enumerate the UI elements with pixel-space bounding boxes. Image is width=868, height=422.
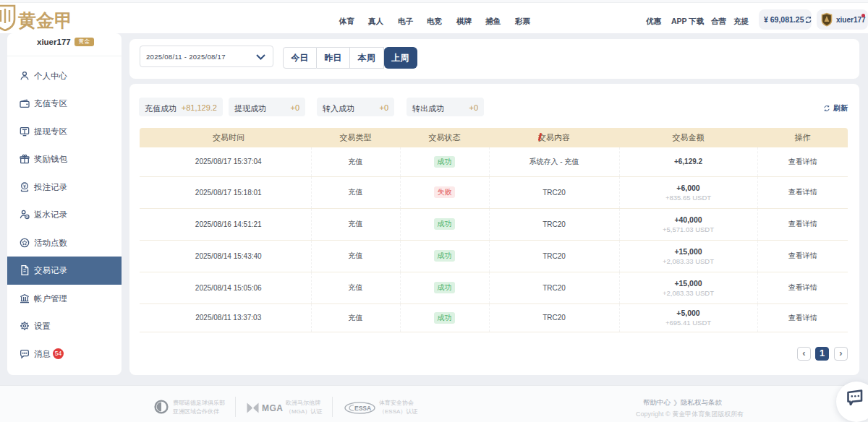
svg-text:ESSA: ESSA [354, 405, 371, 412]
